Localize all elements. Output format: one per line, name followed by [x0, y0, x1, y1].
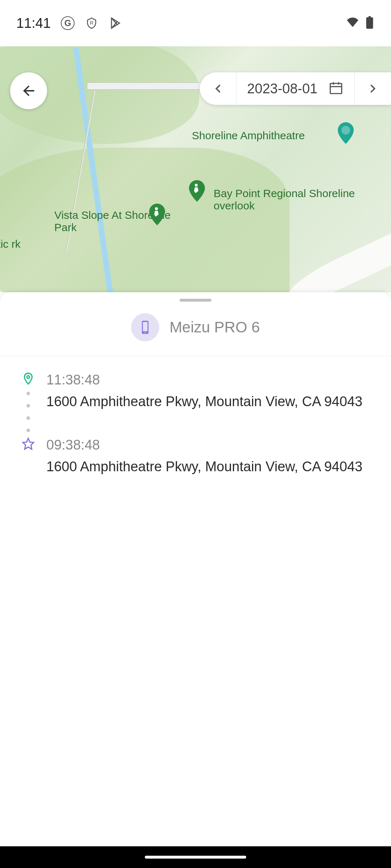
status-time: 11:41	[16, 16, 51, 31]
map-label-amphitheatre: Shoreline Amphitheatre	[192, 129, 305, 142]
timeline-time: 11:38:48	[46, 372, 374, 388]
map-pin-hiker-1[interactable]	[188, 180, 204, 200]
timeline-time: 09:38:48	[46, 437, 374, 453]
svg-rect-4	[369, 16, 371, 18]
timeline: 11:38:48 1600 Amphitheatre Pkwy, Mountai…	[0, 356, 391, 483]
timeline-address: 1600 Amphitheatre Pkwy, Mountain View, C…	[46, 393, 374, 410]
svg-point-21	[145, 332, 146, 333]
svg-rect-9	[330, 84, 342, 94]
star-icon	[22, 437, 35, 452]
map-pin-hiker-2[interactable]	[148, 204, 164, 224]
date-picker: 2023-08-01	[200, 72, 391, 105]
date-display[interactable]: 2023-08-01	[236, 72, 355, 105]
svg-marker-23	[23, 438, 34, 449]
navigation-bar	[0, 846, 391, 868]
svg-point-6	[195, 184, 198, 187]
wifi-icon	[346, 16, 360, 31]
calendar-icon	[328, 80, 344, 97]
svg-rect-3	[366, 17, 373, 29]
timeline-connector	[26, 387, 30, 437]
svg-text:R: R	[90, 20, 93, 26]
status-bar-left: 11:41 G R	[16, 16, 122, 31]
svg-rect-20	[143, 322, 148, 331]
status-bar-right	[346, 16, 375, 31]
phone-icon	[131, 313, 159, 341]
date-value: 2023-08-01	[247, 81, 318, 97]
device-name: Meizu PRO 6	[169, 319, 260, 336]
shield-icon: R	[85, 16, 98, 30]
date-prev-button[interactable]	[200, 72, 236, 105]
device-header[interactable]: Meizu PRO 6	[0, 302, 391, 356]
sheet-drag-handle[interactable]	[180, 299, 211, 302]
google-icon: G	[61, 16, 75, 30]
map-pin-amphitheatre[interactable]	[337, 122, 353, 142]
timeline-address: 1600 Amphitheatre Pkwy, Mountain View, C…	[46, 458, 374, 476]
location-pin-icon	[22, 372, 35, 387]
date-next-button[interactable]	[355, 72, 391, 105]
timeline-entry[interactable]: 09:38:48 1600 Amphitheatre Pkwy, Mountai…	[17, 437, 374, 483]
timeline-entry[interactable]: 11:38:48 1600 Amphitheatre Pkwy, Mountai…	[17, 372, 374, 437]
play-store-icon	[109, 16, 122, 30]
svg-point-5	[341, 126, 350, 135]
back-button[interactable]	[10, 72, 47, 109]
map-label-vista: Vista Slope At Shoreline Park	[54, 209, 192, 234]
battery-icon	[365, 16, 375, 31]
svg-point-7	[155, 207, 158, 210]
map-label-athletic: letic rk	[0, 238, 33, 250]
svg-point-22	[27, 376, 30, 379]
bottom-sheet: Meizu PRO 6	[0, 292, 391, 846]
home-gesture-pill[interactable]	[145, 856, 246, 859]
status-bar: 11:41 G R	[0, 0, 391, 46]
map-label-baypoint: Bay Point Regional Shoreline overlook	[214, 187, 377, 212]
